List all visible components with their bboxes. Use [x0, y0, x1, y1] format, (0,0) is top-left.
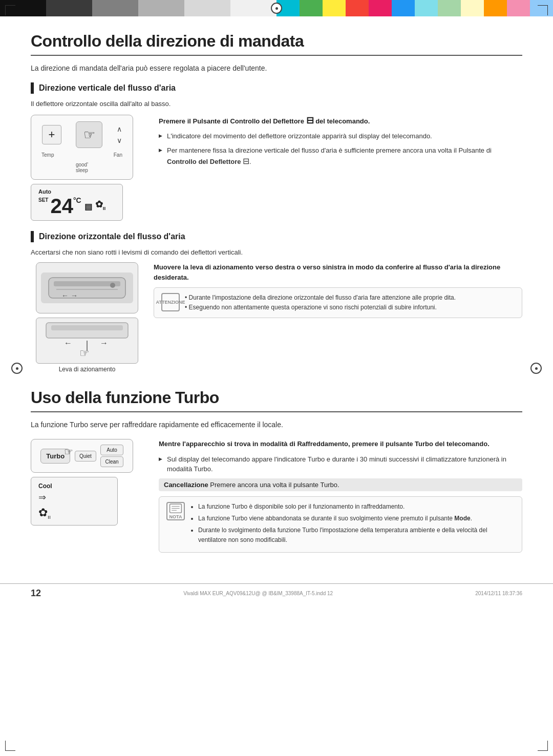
ac-svg: ← → [46, 275, 128, 301]
warning-icon: ! ATTENZIONE [161, 293, 180, 311]
hand-svg: ← → ☞ [41, 320, 133, 361]
sub2-two-col: ← → ← → ☞ L [31, 262, 522, 373]
top-bar [0, 0, 553, 16]
turbo-col-right: Mentre l'apparecchio si trova in modalit… [159, 439, 522, 553]
good-label: good'sleep [76, 162, 88, 173]
sub1-instruction-title: Premere il Pulsante di Controllo del Def… [159, 115, 522, 126]
clean-btn[interactable]: Clean [100, 456, 123, 467]
nota-label: NOTA [169, 514, 182, 519]
turbo-remote-box: Turbo ☞ Quiet Auto Clean [31, 439, 133, 473]
turbo-bullet-1: Sul display del telecomando appare l'ind… [159, 454, 522, 474]
svg-rect-0 [49, 278, 125, 298]
warning-bullet-1: • Durante l'impostazione della direzione… [185, 294, 456, 301]
svg-text:→: → [100, 339, 108, 347]
display-temp-number: 24 [50, 196, 73, 216]
page-content: Controllo della direzione di mandata La … [0, 16, 553, 573]
crop-br [538, 741, 548, 751]
svg-rect-6 [51, 325, 123, 330]
turbo-two-col: Turbo ☞ Quiet Auto Clean [31, 439, 522, 553]
display-signal-icon: ▤ [84, 203, 92, 211]
section1-title: Controllo della direzione di mandata [31, 32, 522, 56]
svg-text:☞: ☞ [79, 347, 90, 360]
color-block-gray3 [184, 0, 230, 16]
leva-text: Leva di azionamento [59, 366, 116, 373]
sub2-instruction-title: Muovere la leva di azionamento verso des… [154, 262, 522, 282]
good-sleep-label: good'sleep [37, 162, 126, 173]
turbo-bullets: Sul display del telecomando appare l'ind… [159, 454, 522, 474]
turbo-instruction-strong: Mentre l'apparecchio si trova in modalit… [159, 440, 490, 448]
target-circle [271, 3, 282, 14]
sub1-bullet-2: Per mantenere fissa la direzione vertica… [159, 145, 522, 168]
hand-illustration: ← → ☞ [36, 318, 138, 364]
color-block-green [300, 0, 323, 16]
turbo-col-left: Turbo ☞ Quiet Auto Clean [31, 439, 148, 553]
sub1-body-intro: Il deflettore orizzontale oscilla dall'a… [31, 100, 522, 108]
display-auto-label: Auto [38, 188, 115, 195]
sub1-bullet-1: L'indicatore del movimento del deflettor… [159, 131, 522, 141]
nota-item-1: La funzione Turbo è disponibile solo per… [198, 502, 515, 512]
remote-btn-plus: + [42, 125, 61, 144]
sub2-right: Muovere la leva di azionamento verso des… [154, 262, 522, 373]
turbo-instruction-title: Mentre l'apparecchio si trova in modalit… [159, 439, 522, 449]
note-icon [168, 503, 183, 514]
nota-text: La funzione Turbo è disponibile solo per… [190, 502, 515, 548]
warning-bullet-2: • Eseguendo non attentamente questa oper… [185, 304, 437, 311]
quiet-btn[interactable]: Quiet [75, 451, 96, 461]
auto-btn[interactable]: Auto [100, 445, 123, 455]
color-block-yellow [323, 0, 346, 16]
nota-item-3: Durante lo svolgimento della funzione Tu… [198, 526, 515, 545]
cool-arrow: ⇒ [38, 492, 110, 503]
color-block-gray4 [230, 0, 276, 16]
section2-title: Uso della funzione Turbo [31, 388, 522, 412]
left-target-dot [16, 367, 18, 370]
warning-box: ! ATTENZIONE • Durante l'impostazione de… [154, 287, 522, 318]
svg-text:←  →: ← → [61, 291, 78, 300]
color-block-black1 [0, 0, 46, 16]
svg-text:←: ← [64, 339, 72, 347]
display-deg: °C [73, 197, 81, 204]
cool-display: Cool ⇒ ✿ıı [31, 477, 118, 526]
display-temp: SET 24 °C ▤ ✿ıı [38, 196, 115, 216]
color-block-pink [507, 0, 530, 16]
page-footer: 12 Vivaldi MAX EUR_AQV09&12U@ @ IB&IM_33… [0, 583, 553, 603]
nota-box: NOTA La funzione Turbo è disponibile sol… [159, 496, 522, 553]
sub1-bullets: L'indicatore del movimento del deflettor… [159, 131, 522, 167]
cool-label: Cool [38, 482, 110, 490]
turbo-btn-container: Turbo ☞ [40, 449, 70, 464]
cool-fan-row: ✿ıı [38, 506, 110, 520]
display-set-label: SET [38, 198, 48, 203]
color-block-lightblue [530, 0, 553, 16]
color-block-blue [392, 0, 415, 16]
remote-btn-hand: ☞ [76, 121, 102, 148]
nota-list: La funzione Turbo è disponibile solo per… [190, 502, 515, 545]
svg-point-3 [110, 283, 115, 288]
color-block-lightyellow [461, 0, 484, 16]
hand-icon: ☞ [64, 446, 73, 458]
color-block-lightcyan [415, 0, 438, 16]
auto-btn-label: Auto [107, 447, 117, 453]
right-target-dot [535, 367, 538, 370]
warning-bullet-1-text: Durante l'impostazione della direzione o… [189, 294, 456, 301]
color-block-red [346, 0, 369, 16]
cancellazione-text: Premere ancora una volta il pulsante Tur… [210, 481, 339, 489]
quiet-btn-label: Quiet [79, 453, 92, 459]
color-block-orange [484, 0, 507, 16]
temp-label: Temp [41, 152, 54, 158]
nota-item-2: La funzione Turbo viene abbandonata se d… [198, 514, 515, 523]
color-block-black2 [46, 0, 92, 16]
nota-icon: NOTA [166, 502, 185, 520]
warning-bullet-2-text: Eseguendo non attentamente questa operaz… [189, 304, 437, 311]
target-dot [275, 7, 278, 10]
section2: Uso della funzione Turbo La funzione Tur… [31, 388, 522, 553]
cancellazione-box: Cancellazione Premere ancora una volta i… [159, 478, 522, 491]
remote-chevrons: ∧ ∨ [117, 125, 122, 144]
sub2-instruction-strong: Muovere la leva di azionamento verso des… [154, 263, 500, 281]
ac-unit-drawing: ← → [36, 262, 138, 313]
clean-btn-label: Clean [105, 459, 118, 465]
attenzione-label: ATTENZIONE [156, 300, 185, 305]
display-box: Auto SET 24 °C ▤ ✿ıı [31, 184, 123, 221]
crop-bl [5, 741, 15, 751]
ac-illustration: ← → ← → ☞ L [31, 262, 143, 373]
chevron-down: ∨ [117, 136, 122, 144]
auto-clean-btns: Auto Clean [100, 445, 123, 467]
